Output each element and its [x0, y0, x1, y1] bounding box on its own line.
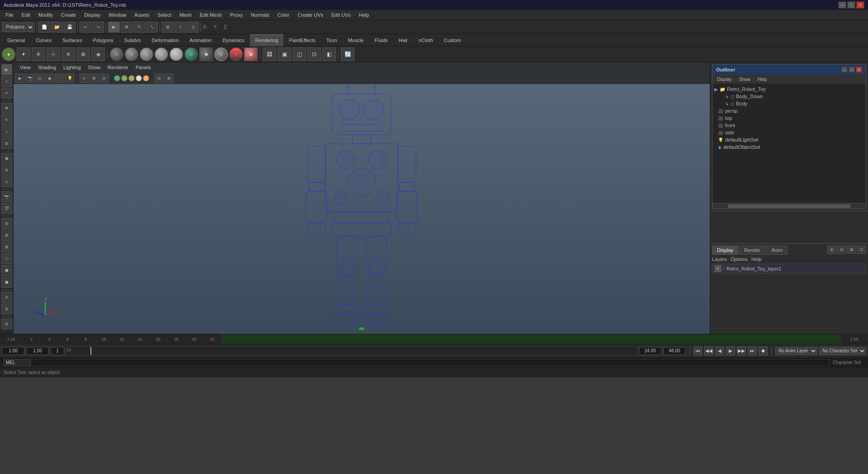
layer-menu-options[interactable]: Options [731, 256, 748, 262]
outliner-item-lightset[interactable]: 💡 defaultLightSet [714, 136, 864, 143]
vp-isolate-btn[interactable]: ⊙ [80, 74, 89, 83]
frame-input[interactable] [51, 347, 64, 355]
shelf-render1[interactable]: 🖼 [263, 47, 276, 61]
tab-toon[interactable]: Toon [321, 34, 343, 46]
save-btn[interactable]: 💾 [64, 22, 75, 33]
layer-row-1[interactable]: V / Retro_Robot_Toy_layer1 [712, 264, 866, 274]
shelf-sphere3[interactable]: ○ [140, 47, 153, 61]
menu-create[interactable]: Create [57, 11, 80, 19]
select-tool-btn[interactable]: ▶ [1, 64, 12, 75]
create-poly3-btn[interactable]: ⬟ [1, 277, 12, 288]
sculpt-btn[interactable]: ⊕ [1, 165, 12, 175]
vp-q2-btn[interactable] [121, 75, 127, 81]
vp-q4-btn[interactable] [136, 75, 142, 81]
vp-grid-btn[interactable]: ⊟ [155, 74, 164, 83]
btn-step-fwd[interactable]: ▶▶ [737, 346, 746, 356]
create-poly-btn[interactable]: ⬡ [1, 253, 12, 264]
select-btn[interactable]: ▶ [108, 22, 120, 33]
soft-mod-btn[interactable]: ◉ [1, 153, 12, 164]
layer-vis-toggle[interactable]: V [714, 265, 722, 272]
outliner-item-front[interactable]: 🎥 front [714, 122, 864, 129]
shelf-icon-3[interactable]: ✛ [32, 47, 45, 61]
menu-window[interactable]: Window [105, 11, 130, 19]
frame-slider[interactable]: 24 [66, 346, 637, 356]
tab-painteffects[interactable]: PaintEffects [283, 34, 321, 46]
btn-play-back[interactable]: ◀ [715, 346, 724, 356]
tab-ncloth[interactable]: nCloth [413, 34, 439, 46]
paint-select-btn[interactable]: ✏ [1, 88, 12, 99]
char-set-select[interactable]: No Character Set [819, 347, 866, 355]
extra1-btn[interactable]: ⊘ [1, 292, 12, 303]
outliner-item-body[interactable]: ↳ ◻ Body [714, 100, 864, 107]
mode-select[interactable]: Polygons [2, 22, 34, 32]
shelf-render3[interactable]: ◫ [292, 47, 306, 61]
shelf-render2[interactable]: ▣ [278, 47, 291, 61]
tab-anim[interactable]: Anim [766, 246, 788, 255]
display-layer-btn[interactable]: ⊟ [1, 218, 12, 229]
shelf-icon-7[interactable]: ◈ [91, 47, 105, 61]
outliner-item-robot[interactable]: ▶ 📁 Retro_Robot_Toy [714, 85, 864, 93]
vp-texture-btn[interactable]: ⬛ [55, 74, 64, 83]
menu-normals[interactable]: Normals [247, 11, 273, 19]
menu-edit-uvs[interactable]: Edit UVs [328, 11, 354, 19]
outliner-close[interactable]: ✕ [856, 66, 862, 73]
vp-menu-shading[interactable]: Shading [35, 64, 59, 71]
move-btn[interactable]: ✥ [121, 22, 132, 33]
vp-menu-panels[interactable]: Panels [133, 64, 154, 71]
outliner-item-objset[interactable]: ◈ defaultObjectSet [714, 143, 864, 151]
vp-cam-btn[interactable]: 📷 [25, 74, 34, 83]
redo-btn[interactable]: ↪ [92, 22, 104, 33]
menu-assets[interactable]: Assets [131, 11, 153, 19]
snap-curve-btn[interactable]: ⌇ [175, 22, 186, 33]
show-manip-btn[interactable]: ⊙ [1, 176, 12, 187]
create-poly2-btn[interactable]: ⬢ [1, 265, 12, 276]
vp-menu-renderer[interactable]: Renderer [105, 64, 131, 71]
shelf-render5[interactable]: ◧ [322, 47, 336, 61]
outliner-menu-help[interactable]: Help [755, 76, 770, 83]
new-file-btn[interactable]: 📄 [38, 22, 50, 33]
extra2-btn[interactable]: ⊗ [1, 303, 12, 314]
shelf-sphere8[interactable]: ○ [214, 47, 228, 61]
extra3-btn[interactable]: ⊛ [1, 318, 12, 329]
vp-smooth-btn[interactable]: ◉ [45, 74, 54, 83]
vp-select-btn[interactable]: ▶ [15, 74, 24, 83]
vp-q5-btn[interactable] [143, 75, 149, 81]
current-time-field[interactable]: 1.00 [26, 347, 49, 355]
timeline-play-range[interactable] [222, 334, 841, 344]
undo-btn[interactable]: ↩ [80, 22, 91, 33]
menu-help[interactable]: Help [355, 11, 373, 19]
tab-display[interactable]: Display [712, 246, 738, 255]
menu-modify[interactable]: Modify [35, 11, 57, 19]
btn-go-start[interactable]: ⏮ [693, 346, 703, 356]
outliner-content[interactable]: ▶ 📁 Retro_Robot_Toy ↳ ◻ Body_Down ↳ ◻ Bo… [712, 84, 866, 203]
scrollbar-thumb[interactable] [728, 204, 850, 208]
vp-frame-all-btn[interactable]: ⊞ [90, 74, 99, 83]
tab-deformation[interactable]: Deformation [146, 34, 184, 46]
vp-menu-show[interactable]: Show [85, 64, 104, 71]
set-driven-btn[interactable]: ⊠ [1, 242, 12, 252]
move-tool-btn[interactable]: ✥ [1, 103, 12, 114]
layer-btn-3[interactable]: ⊠ [847, 246, 856, 254]
menu-edit-mesh[interactable]: Edit Mesh [196, 11, 226, 19]
scale-btn[interactable]: ⤡ [146, 22, 158, 33]
tab-custom[interactable]: Custom [439, 34, 467, 46]
tab-animation[interactable]: Animation [184, 34, 217, 46]
command-line[interactable] [31, 359, 829, 366]
tab-polygons[interactable]: Polygons [87, 34, 118, 46]
vp-menu-view[interactable]: View [17, 64, 33, 71]
shelf-sphere6[interactable]: ○ [184, 47, 198, 61]
tab-render[interactable]: Render [739, 246, 765, 255]
tab-curves[interactable]: Curves [30, 34, 57, 46]
start-time-field[interactable]: 1.00 [2, 347, 24, 355]
tab-rendering[interactable]: Rendering [250, 34, 284, 46]
menu-display[interactable]: Display [80, 11, 104, 19]
rotate-tool-btn[interactable]: ↻ [1, 114, 12, 125]
shelf-icon-1[interactable]: ● [2, 47, 15, 61]
tab-fluids[interactable]: Fluids [369, 34, 393, 46]
layer-btn-4[interactable]: ⊡ [857, 246, 866, 254]
vp-wire-btn[interactable]: ⊡ [35, 74, 44, 83]
rotate-btn[interactable]: ↻ [133, 22, 145, 33]
layer-menu-layers[interactable]: Layers [712, 256, 727, 262]
open-btn[interactable]: 📂 [51, 22, 63, 33]
outliner-scrollbar[interactable] [712, 203, 866, 209]
